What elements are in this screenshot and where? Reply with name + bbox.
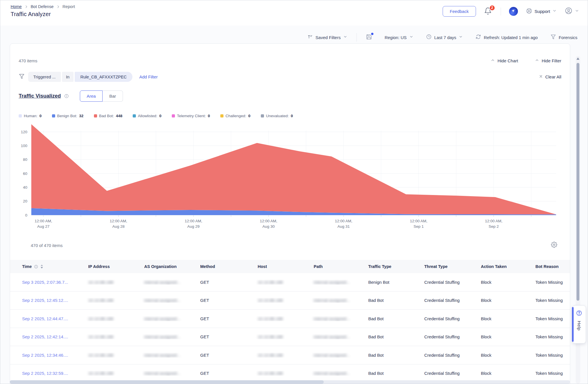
cell-bot_reason: Token Missing <box>535 280 563 285</box>
chevron-down-icon <box>552 9 557 14</box>
scroll-up-arrow-icon[interactable] <box>576 56 580 61</box>
legend-count: 0 <box>291 114 293 118</box>
legend-item[interactable]: Allowlisted:0 <box>133 114 161 118</box>
account-menu[interactable] <box>565 7 579 16</box>
clear-all-button[interactable]: Clear All <box>539 74 561 79</box>
cell-method: GET <box>200 298 209 303</box>
info-icon[interactable] <box>34 265 38 269</box>
column-header-action-taken[interactable]: Action Taken <box>477 264 532 269</box>
question-icon <box>576 310 582 317</box>
cell-traffic_type: Bad Bot <box>368 298 383 303</box>
hide-chart-button[interactable]: Hide Chart <box>491 58 518 63</box>
items-count: 470 items <box>19 58 37 63</box>
event-time-link[interactable]: Sep 2 2025, 12:32:59.... <box>22 371 68 376</box>
table-row[interactable]: Sep 2 2025, 12:42:14....10.10.88.188inte… <box>10 328 570 346</box>
column-header-time[interactable]: Time <box>10 264 85 269</box>
breadcrumb-report: Report <box>63 4 75 9</box>
horizontal-scrollbar[interactable] <box>10 380 570 384</box>
hide-filter-button[interactable]: Hide Filter <box>535 58 561 63</box>
chart-legend: Human:0Benign Bot:32Bad Bot:448Allowlist… <box>19 114 561 118</box>
feedback-button[interactable]: Feedback <box>443 6 476 17</box>
hide-filter-label: Hide Filter <box>542 58 561 63</box>
mode-bar-button[interactable]: Bar <box>103 90 123 102</box>
traffic-area-chart[interactable]: 02040608010012012:00 AM,Aug 2712:00 AM,A… <box>19 123 561 232</box>
breadcrumb-home[interactable]: Home <box>11 4 22 9</box>
add-filter-button[interactable]: Add Filter <box>139 74 158 79</box>
cell-action_taken: Block <box>481 334 491 339</box>
chevron-up-icon <box>535 58 539 63</box>
help-tab[interactable]: Help <box>572 305 586 344</box>
table-settings-button[interactable] <box>551 242 557 249</box>
breadcrumb-bot-defense[interactable]: Bot Defense <box>31 4 54 9</box>
horizontal-scrollbar-thumb[interactable] <box>10 380 324 384</box>
region-dropdown[interactable]: Region: US <box>385 35 413 40</box>
filter-chip-field[interactable]: Triggered ... <box>28 72 61 82</box>
support-menu[interactable]: Support <box>526 8 557 15</box>
svg-text:12:00 AM,: 12:00 AM, <box>260 219 277 223</box>
legend-label: Telemetry Client: <box>177 114 206 118</box>
redacted-cell: internal assigned... <box>144 316 180 321</box>
table-row[interactable]: Sep 2 2025, 12:44:47....10.10.88.188inte… <box>10 310 570 328</box>
event-time-link[interactable]: Sep 2 2025, 12:44:47.... <box>22 316 68 321</box>
column-header-ip-address[interactable]: IP Address <box>85 264 141 269</box>
cell-action_taken: Block <box>481 280 491 285</box>
event-time-link[interactable]: Sep 2 2025, 12:34:46.... <box>22 353 68 358</box>
info-icon[interactable] <box>64 94 69 99</box>
forensics-label: Forensics <box>559 35 577 40</box>
cell-traffic_type: Bad Bot <box>368 316 383 321</box>
bell-icon <box>484 11 492 16</box>
event-time-link[interactable]: Sep 3 2025, 2:07:36.7... <box>22 280 68 285</box>
cell-threat_type: Credential Stuffing <box>424 353 460 358</box>
vertical-scrollbar-thumb[interactable] <box>577 63 579 301</box>
filter-chip-value[interactable]: Rule_CB_AFXXXTZPEC <box>75 72 132 82</box>
notifications-button[interactable]: 2 <box>484 7 493 16</box>
table-row[interactable]: Sep 2 2025, 12:34:46....10.10.88.188inte… <box>10 346 570 364</box>
legend-swatch <box>94 114 97 117</box>
table-row[interactable]: Sep 3 2025, 2:07:36.7...10.10.88.188inte… <box>10 273 570 292</box>
filter-chip-operator[interactable]: In <box>62 72 74 82</box>
legend-label: Challenged: <box>225 114 246 118</box>
column-header-path[interactable]: Path <box>310 264 365 269</box>
table-row[interactable]: Sep 2 2025, 12:32:59....10.10.88.188inte… <box>10 364 570 383</box>
event-time-link[interactable]: Sep 2 2025, 12:45:12.... <box>22 298 68 303</box>
legend-item[interactable]: Telemetry Client:0 <box>172 114 210 118</box>
traffic-visualized-heading[interactable]: Traffic Visualized <box>19 93 61 99</box>
breadcrumb: Home Bot Defense Report <box>11 4 75 9</box>
column-header-bot-reason[interactable]: Bot Reason <box>532 264 570 269</box>
table-row[interactable]: Sep 2 2025, 12:45:12....10.10.88.188inte… <box>10 292 570 310</box>
save-filter-button[interactable] <box>366 34 372 41</box>
top-bar-left: Home Bot Defense Report Traffic Analyzer <box>11 4 75 18</box>
refresh-button[interactable]: Refresh: Updated 1 min ago <box>475 34 538 41</box>
column-header-method[interactable]: Method <box>197 264 254 269</box>
cell-bot_reason: Token Missing <box>535 316 563 321</box>
legend-item[interactable]: Challenged:0 <box>220 114 250 118</box>
top-bar: Home Bot Defense Report Traffic Analyzer… <box>0 0 588 26</box>
column-header-as-organization[interactable]: AS Organization <box>141 264 197 269</box>
table-summary: 470 of 470 items <box>31 243 63 248</box>
forensics-button[interactable]: Forensics <box>550 34 577 41</box>
column-header-traffic-type[interactable]: Traffic Type <box>365 264 421 269</box>
time-range-dropdown[interactable]: Last 7 days <box>426 34 463 41</box>
svg-text:12:00 AM,: 12:00 AM, <box>485 219 502 223</box>
legend-item[interactable]: Bad Bot:448 <box>94 114 122 118</box>
report-card: 470 items Hide Chart Hide Filter <box>10 43 570 384</box>
help-tab-label: Help <box>577 321 582 331</box>
svg-text:12:00 AM,: 12:00 AM, <box>35 219 52 223</box>
ai-assistant-button[interactable] <box>509 7 518 16</box>
svg-text:60: 60 <box>23 171 27 176</box>
legend-item[interactable]: Benign Bot:32 <box>52 114 84 118</box>
hide-chart-label: Hide Chart <box>498 58 518 63</box>
sparkle-ai-icon <box>510 8 516 15</box>
event-time-link[interactable]: Sep 2 2025, 12:42:14.... <box>22 334 68 339</box>
mode-area-button[interactable]: Area <box>80 90 103 102</box>
legend-item[interactable]: Human:0 <box>19 114 42 118</box>
cell-method: GET <box>200 280 209 285</box>
sort-icon[interactable] <box>40 264 43 269</box>
legend-count: 448 <box>116 114 122 118</box>
saved-filters-dropdown[interactable]: Saved Filters <box>307 34 347 41</box>
column-header-host[interactable]: Host <box>254 264 310 269</box>
cell-action_taken: Block <box>481 371 491 376</box>
legend-item[interactable]: Unevaluated:0 <box>261 114 293 118</box>
column-header-threat-type[interactable]: Threat Type <box>421 264 477 269</box>
cell-traffic_type: Bad Bot <box>368 371 383 376</box>
